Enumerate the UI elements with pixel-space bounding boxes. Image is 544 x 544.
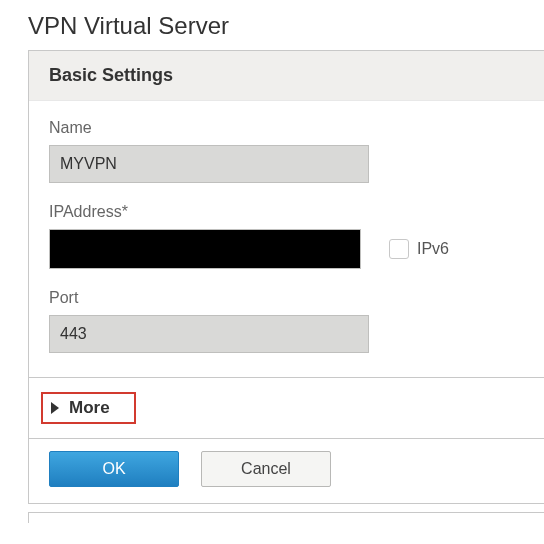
more-highlight: More (41, 392, 136, 424)
ipaddress-input[interactable] (49, 229, 369, 269)
ipaddress-field: IPAddress* IPv6 (49, 203, 524, 269)
port-field: Port (49, 289, 524, 353)
more-label: More (69, 398, 110, 418)
ipv6-checkbox[interactable] (389, 239, 409, 259)
name-field: Name (49, 119, 524, 183)
port-input[interactable] (49, 315, 369, 353)
ipv6-label: IPv6 (417, 240, 449, 258)
panel-header: Basic Settings (29, 51, 544, 101)
more-section: More (29, 377, 544, 438)
next-panel-peek (28, 512, 544, 523)
panel-header-text: Basic Settings (49, 65, 173, 85)
ipaddress-input-edge (360, 229, 369, 269)
name-input[interactable] (49, 145, 369, 183)
cancel-button[interactable]: Cancel (201, 451, 331, 487)
caret-right-icon (51, 402, 59, 414)
name-label: Name (49, 119, 524, 137)
port-label: Port (49, 289, 524, 307)
ok-button[interactable]: OK (49, 451, 179, 487)
more-toggle[interactable]: More (51, 398, 110, 418)
panel-body: Name IPAddress* IPv6 Port (29, 101, 544, 377)
ipaddress-label: IPAddress* (49, 203, 524, 221)
basic-settings-panel: Basic Settings Name IPAddress* IPv6 (28, 50, 544, 504)
page-title: VPN Virtual Server (28, 12, 544, 40)
button-row: OK Cancel (29, 438, 544, 503)
